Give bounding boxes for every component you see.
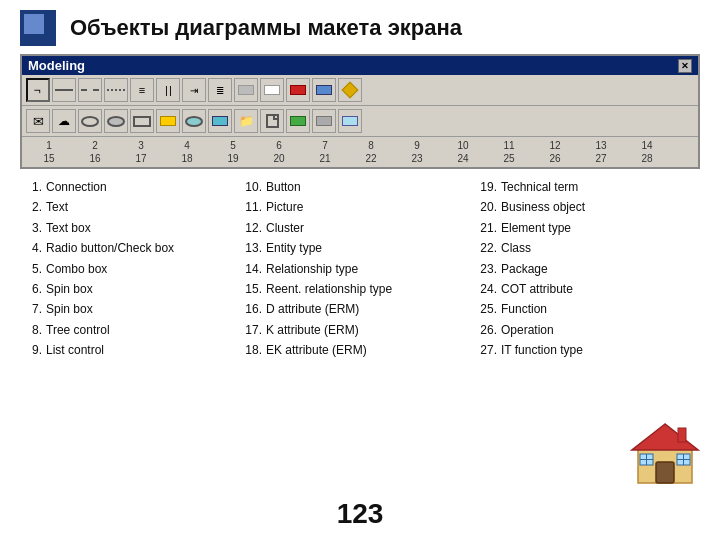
page-title: Объекты диаграммы макета экрана bbox=[70, 15, 462, 41]
num-22: 22 bbox=[348, 152, 394, 165]
num-3: 3 bbox=[118, 139, 164, 152]
item-num: 12. bbox=[240, 218, 262, 238]
tool-columns[interactable]: | | bbox=[156, 78, 180, 102]
item-label: Reent. relationship type bbox=[266, 279, 392, 299]
num-20: 20 bbox=[256, 152, 302, 165]
list-item: 23.Package bbox=[475, 259, 675, 279]
num-14: 14 bbox=[624, 139, 670, 152]
item-num: 17. bbox=[240, 320, 262, 340]
item-label: Operation bbox=[501, 320, 554, 340]
list-item: 20.Business object bbox=[475, 197, 675, 217]
item-num: 1. bbox=[20, 177, 42, 197]
page-number: 123 bbox=[337, 498, 384, 530]
tool-curved[interactable] bbox=[182, 109, 206, 133]
list-item: 19.Technical term bbox=[475, 177, 675, 197]
item-label: Tree control bbox=[46, 320, 110, 340]
item-label: Button bbox=[266, 177, 301, 197]
num-19: 19 bbox=[210, 152, 256, 165]
item-num: 24. bbox=[475, 279, 497, 299]
list-item: 25.Function bbox=[475, 299, 675, 319]
tool-green-rect[interactable] bbox=[286, 109, 310, 133]
item-label: D attribute (ERM) bbox=[266, 299, 359, 319]
list-item: 4.Radio button/Check box bbox=[20, 238, 230, 258]
item-num: 11. bbox=[240, 197, 262, 217]
item-num: 5. bbox=[20, 259, 42, 279]
num-26: 26 bbox=[532, 152, 578, 165]
tool-corner[interactable]: ⌐ bbox=[26, 78, 50, 102]
num-18: 18 bbox=[164, 152, 210, 165]
item-label: COT attribute bbox=[501, 279, 573, 299]
item-label: Spin box bbox=[46, 279, 93, 299]
num-27: 27 bbox=[578, 152, 624, 165]
tool-text[interactable]: ≣ bbox=[208, 78, 232, 102]
item-num: 15. bbox=[240, 279, 262, 299]
item-label: Cluster bbox=[266, 218, 304, 238]
tool-gray-small[interactable] bbox=[312, 109, 336, 133]
tool-red-rect[interactable] bbox=[286, 78, 310, 102]
item-num: 10. bbox=[240, 177, 262, 197]
list-item: 22.Class bbox=[475, 238, 675, 258]
tool-cloud[interactable]: ☁ bbox=[52, 109, 76, 133]
item-label: IT function type bbox=[501, 340, 583, 360]
num-13: 13 bbox=[578, 139, 624, 152]
tool-line3[interactable] bbox=[104, 78, 128, 102]
content-area: 1.Connection 2.Text 3.Text box 4.Radio b… bbox=[0, 169, 720, 361]
list-item: 11.Picture bbox=[240, 197, 465, 217]
item-num: 4. bbox=[20, 238, 42, 258]
tool-gray-rect[interactable] bbox=[234, 78, 258, 102]
tool-stack[interactable]: ≡ bbox=[130, 78, 154, 102]
tool-white-rect[interactable] bbox=[260, 78, 284, 102]
num-17: 17 bbox=[118, 152, 164, 165]
list-item: 7.Spin box bbox=[20, 299, 230, 319]
tool-rect2[interactable] bbox=[130, 109, 154, 133]
list-item: 14.Relationship type bbox=[240, 259, 465, 279]
house-decoration bbox=[630, 420, 700, 485]
item-num: 25. bbox=[475, 299, 497, 319]
toolbar-row-2: ✉ ☁ 📁 bbox=[22, 106, 698, 137]
item-num: 13. bbox=[240, 238, 262, 258]
num-1: 1 bbox=[26, 139, 72, 152]
tool-line1[interactable] bbox=[52, 78, 76, 102]
modeling-window: Modeling ✕ ⌐ ≡ | | ⇥ ≣ ✉ ☁ 📁 1 bbox=[20, 54, 700, 169]
item-num: 2. bbox=[20, 197, 42, 217]
tool-doc[interactable] bbox=[260, 109, 284, 133]
num-2: 2 bbox=[72, 139, 118, 152]
number-rows: 1 2 3 4 5 6 7 8 9 10 11 12 13 14 15 16 1… bbox=[22, 137, 698, 167]
item-num: 22. bbox=[475, 238, 497, 258]
num-6: 6 bbox=[256, 139, 302, 152]
item-num: 20. bbox=[475, 197, 497, 217]
item-num: 3. bbox=[20, 218, 42, 238]
tool-diamond[interactable] bbox=[338, 78, 362, 102]
tool-line2[interactable] bbox=[78, 78, 102, 102]
num-9: 9 bbox=[394, 139, 440, 152]
tool-cyan-small[interactable] bbox=[338, 109, 362, 133]
item-num: 9. bbox=[20, 340, 42, 360]
list-item: 5.Combo box bbox=[20, 259, 230, 279]
tool-envelope[interactable]: ✉ bbox=[26, 109, 50, 133]
tool-blue-rect[interactable] bbox=[312, 78, 336, 102]
num-4: 4 bbox=[164, 139, 210, 152]
tool-yellow[interactable] bbox=[156, 109, 180, 133]
item-label: Element type bbox=[501, 218, 571, 238]
list-item: 3.Text box bbox=[20, 218, 230, 238]
item-num: 8. bbox=[20, 320, 42, 340]
list-item: 6.Spin box bbox=[20, 279, 230, 299]
modeling-close-button[interactable]: ✕ bbox=[678, 59, 692, 73]
list-item: 27.IT function type bbox=[475, 340, 675, 360]
column-3: 19.Technical term 20.Business object 21.… bbox=[475, 177, 675, 361]
num-15: 15 bbox=[26, 152, 72, 165]
list-item: 1.Connection bbox=[20, 177, 230, 197]
item-label: List control bbox=[46, 340, 104, 360]
tool-oval1[interactable] bbox=[78, 109, 102, 133]
num-5: 5 bbox=[210, 139, 256, 152]
num-28: 28 bbox=[624, 152, 670, 165]
item-label: Class bbox=[501, 238, 531, 258]
item-label: Package bbox=[501, 259, 548, 279]
column-2: 10.Button 11.Picture 12.Cluster 13.Entit… bbox=[240, 177, 465, 361]
tool-folder[interactable]: 📁 bbox=[234, 109, 258, 133]
num-16: 16 bbox=[72, 152, 118, 165]
tool-cyan-rect[interactable] bbox=[208, 109, 232, 133]
tool-indent[interactable]: ⇥ bbox=[182, 78, 206, 102]
tool-oval2[interactable] bbox=[104, 109, 128, 133]
item-label: Radio button/Check box bbox=[46, 238, 174, 258]
